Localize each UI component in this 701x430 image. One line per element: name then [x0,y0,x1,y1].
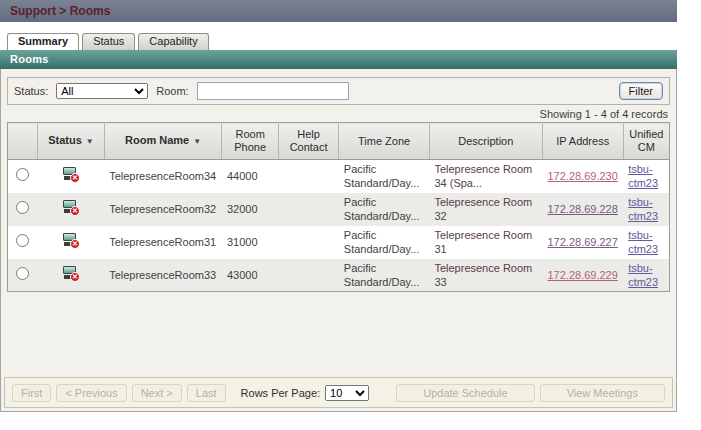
table-row: TelepresenceRoom32 32000 PacificStandard… [8,193,670,226]
col-description: Description [429,123,542,160]
last-page-button[interactable]: Last [187,384,226,402]
room-name-cell: TelepresenceRoom33 [104,259,222,292]
row-select-radio[interactable] [16,234,29,247]
sort-desc-icon[interactable]: ▼ [86,137,94,146]
description-cell: Telepresence Room34 (Spa... [429,160,542,193]
help-contact-cell [278,160,338,193]
help-contact-cell [278,226,338,259]
filter-bar: Status: All Room: Filter [7,77,670,105]
room-phone-cell: 32000 [222,193,278,226]
status-filter-label: Status: [14,85,48,97]
content-panel: Status: All Room: Filter Showing 1 - 4 o… [0,69,677,412]
unified-cm-link[interactable]: tsbu- [628,261,664,275]
col-ip-address: IP Address [542,123,623,160]
tab-status[interactable]: Status [82,33,135,50]
previous-page-button[interactable]: < Previous [56,384,126,402]
room-filter-label: Room: [156,85,188,97]
ip-address-link[interactable]: 172.28.69.230 [547,170,617,182]
room-filter-input[interactable] [197,82,349,100]
room-phone-cell: 31000 [222,226,278,259]
row-select-radio[interactable] [16,168,29,181]
table-row: TelepresenceRoom31 31000 PacificStandard… [8,226,670,259]
unified-cm-link[interactable]: tsbu- [628,228,664,242]
help-contact-cell [278,193,338,226]
breadcrumb: Support > Rooms [0,0,677,22]
description-cell: Telepresence Room31 [429,226,542,259]
room-status-error-icon [62,199,80,216]
titlebar-gap [0,22,701,33]
view-meetings-button[interactable]: View Meetings [540,384,665,402]
help-contact-cell [278,259,338,292]
tab-bar: Summary Status Capability [0,33,701,50]
pagination-bar: First < Previous Next > Last Rows Per Pa… [4,377,673,408]
rows-per-page-select[interactable]: 10 [325,385,369,401]
update-schedule-button[interactable]: Update Schedule [396,384,534,402]
row-select-radio[interactable] [16,267,29,280]
filter-button[interactable]: Filter [619,82,663,100]
room-status-error-icon [62,166,80,183]
table-row: TelepresenceRoom34 44000 PacificStandard… [8,160,670,193]
tab-summary[interactable]: Summary [7,33,79,50]
col-time-zone: Time Zone [339,123,430,160]
ip-address-link[interactable]: 172.28.69.229 [547,269,617,281]
table-header-row: Status▼ Room Name▼ Room Phone Help Conta… [8,123,670,160]
room-name-cell: TelepresenceRoom31 [104,226,222,259]
first-page-button[interactable]: First [12,384,51,402]
unified-cm-link[interactable]: ctm23 [628,242,664,256]
room-status-error-icon [62,232,80,249]
ip-address-link[interactable]: 172.28.69.228 [547,203,617,215]
col-select [8,123,38,160]
next-page-button[interactable]: Next > [132,384,182,402]
row-select-radio[interactable] [16,201,29,214]
unified-cm-cell: tsbu-ctm23 [623,193,669,226]
time-zone-cell: PacificStandard/Day... [339,160,430,193]
col-room-name[interactable]: Room Name▼ [104,123,222,160]
room-status-error-icon [62,265,80,282]
unified-cm-link[interactable]: ctm23 [628,176,664,190]
status-filter-select[interactable]: All [56,83,148,99]
time-zone-cell: PacificStandard/Day... [339,193,430,226]
room-phone-cell: 44000 [222,160,278,193]
time-zone-cell: PacificStandard/Day... [339,259,430,292]
unified-cm-cell: tsbu-ctm23 [623,226,669,259]
room-name-cell: TelepresenceRoom34 [104,160,222,193]
unified-cm-cell: tsbu-ctm23 [623,259,669,292]
room-name-cell: TelepresenceRoom32 [104,193,222,226]
col-status[interactable]: Status▼ [38,123,104,160]
ip-address-link[interactable]: 172.28.69.227 [547,236,617,248]
records-count-text: Showing 1 - 4 of 4 records [1,105,676,122]
col-unified-cm: Unified CM [623,123,669,160]
table-row: TelepresenceRoom33 43000 PacificStandard… [8,259,670,292]
section-header: Rooms [0,50,677,69]
col-help-contact: Help Contact [278,123,338,160]
sort-desc-icon[interactable]: ▼ [193,137,201,146]
time-zone-cell: PacificStandard/Day... [339,226,430,259]
description-cell: Telepresence Room33 [429,259,542,292]
rooms-table: Status▼ Room Name▼ Room Phone Help Conta… [7,122,670,292]
description-cell: Telepresence Room32 [429,193,542,226]
unified-cm-link[interactable]: ctm23 [628,275,664,289]
unified-cm-cell: tsbu-ctm23 [623,160,669,193]
unified-cm-link[interactable]: ctm23 [628,209,664,223]
rows-per-page-label: Rows Per Page: [241,387,320,399]
unified-cm-link[interactable]: tsbu- [628,195,664,209]
panel-empty-space [1,292,676,377]
room-phone-cell: 43000 [222,259,278,292]
unified-cm-link[interactable]: tsbu- [628,162,664,176]
tab-capability[interactable]: Capability [138,33,208,50]
col-room-phone: Room Phone [222,123,278,160]
